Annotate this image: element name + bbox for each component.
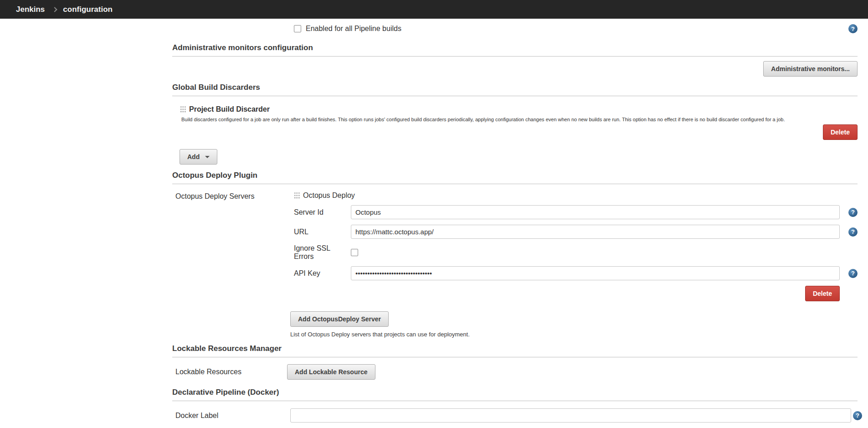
help-icon[interactable]: ? xyxy=(848,24,858,33)
project-build-discarder-chunk: Project Build Discarder Build discarders… xyxy=(180,105,858,122)
ignore-ssl-row: Ignore SSL Errors xyxy=(294,244,858,261)
docker-label-label: Docker Label xyxy=(172,412,290,420)
octopus-deploy-item-title: Octopus Deploy xyxy=(303,191,355,200)
docker-label-input[interactable] xyxy=(290,408,851,423)
section-title-admin-monitors: Administrative monitors configuration xyxy=(172,43,858,57)
breadcrumb-jenkins[interactable]: Jenkins xyxy=(16,5,45,14)
api-key-row: API Key ? xyxy=(294,266,858,280)
ignore-ssl-label: Ignore SSL Errors xyxy=(294,244,351,261)
octopus-servers-label: Octopus Deploy Servers xyxy=(172,191,294,301)
section-title-octopus: Octopus Deploy Plugin xyxy=(172,171,858,184)
project-build-discarder-title: Project Build Discarder xyxy=(189,105,270,113)
url-label: URL xyxy=(294,228,351,236)
lockable-resources-label: Lockable Resources xyxy=(172,368,287,376)
delete-build-discarder-button[interactable]: Delete xyxy=(823,124,858,140)
docker-label-row: Docker Label ? xyxy=(172,408,858,423)
add-build-discarder-button[interactable]: Add xyxy=(180,149,217,165)
add-octopus-server-button[interactable]: Add OctopusDeploy Server xyxy=(290,311,389,327)
add-lockable-resource-button[interactable]: Add Lockable Resource xyxy=(287,364,375,380)
api-key-label: API Key xyxy=(294,269,351,278)
project-build-discarder-description: Build discarders configured for a job ar… xyxy=(181,117,858,122)
enabled-pipeline-checkbox[interactable] xyxy=(294,25,301,32)
section-title-build-discarders: Global Build Discarders xyxy=(172,83,858,96)
server-id-row: Server Id ? xyxy=(294,205,858,219)
octopus-servers-section: Octopus Deploy Servers Octopus Deploy Se… xyxy=(172,191,858,301)
octopus-servers-help-text: List of Octopus Deploy servers that proj… xyxy=(290,331,858,338)
drag-handle-icon[interactable] xyxy=(294,192,300,199)
drag-handle-icon[interactable] xyxy=(180,106,186,113)
administrative-monitors-button[interactable]: Administrative monitors... xyxy=(763,61,858,77)
breadcrumb-configuration[interactable]: configuration xyxy=(63,5,113,14)
help-icon[interactable]: ? xyxy=(848,208,858,217)
server-id-input[interactable] xyxy=(351,205,840,219)
server-id-label: Server Id xyxy=(294,208,351,217)
pipeline-builds-row: Enabled for all Pipeline builds ? xyxy=(172,24,858,33)
breadcrumb-separator-icon xyxy=(52,7,57,12)
breadcrumb-bar: Jenkins configuration xyxy=(0,0,868,19)
caret-down-icon xyxy=(205,156,210,158)
enabled-pipeline-label: Enabled for all Pipeline builds xyxy=(306,25,401,33)
add-button-label: Add xyxy=(187,153,200,160)
lockable-resources-row: Lockable Resources Add Lockable Resource xyxy=(172,364,858,380)
url-row: URL ? xyxy=(294,225,858,239)
api-key-input[interactable] xyxy=(351,266,840,280)
help-icon[interactable]: ? xyxy=(853,411,862,420)
help-icon[interactable]: ? xyxy=(848,269,858,278)
ignore-ssl-checkbox[interactable] xyxy=(351,249,358,256)
help-icon[interactable]: ? xyxy=(848,227,858,237)
configuration-form: Enabled for all Pipeline builds ? Admini… xyxy=(172,24,858,428)
section-title-docker: Declarative Pipeline (Docker) xyxy=(172,388,858,401)
section-title-lockable: Lockable Resources Manager xyxy=(172,344,858,357)
delete-octopus-server-button[interactable]: Delete xyxy=(805,286,840,301)
url-input[interactable] xyxy=(351,225,840,239)
